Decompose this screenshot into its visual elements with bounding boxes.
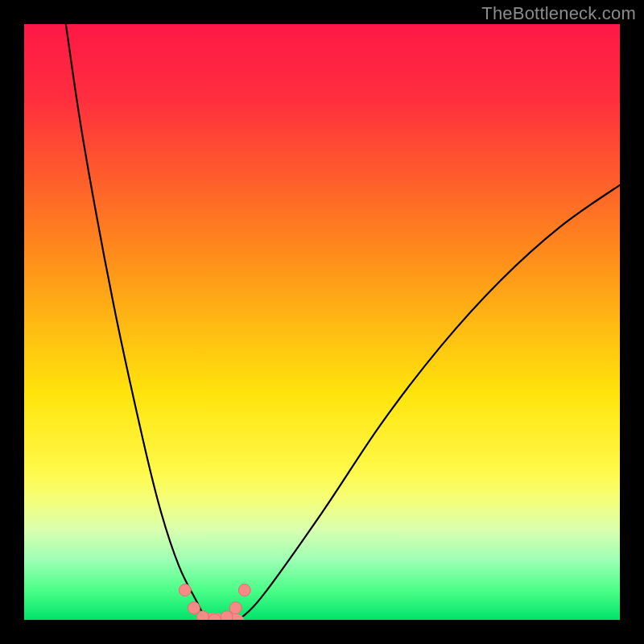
chart-plot-area (24, 24, 620, 620)
bottom-marker (208, 614, 221, 621)
chart-stage: TheBottleneck.com (0, 0, 644, 644)
watermark-text: TheBottleneck.com (481, 3, 636, 24)
curve-right-arm (238, 185, 620, 620)
curve-bottom-u (206, 618, 239, 620)
curve-left-arm (66, 24, 206, 620)
bottom-marker (188, 602, 200, 614)
bottom-marker (221, 611, 233, 620)
curve-group (66, 24, 620, 620)
chart-curve-svg (24, 24, 620, 620)
bottom-marker (238, 584, 250, 597)
bottom-marker (197, 611, 209, 620)
marker-group (179, 584, 250, 621)
bottom-marker (179, 584, 191, 597)
bottom-marker (229, 602, 242, 614)
